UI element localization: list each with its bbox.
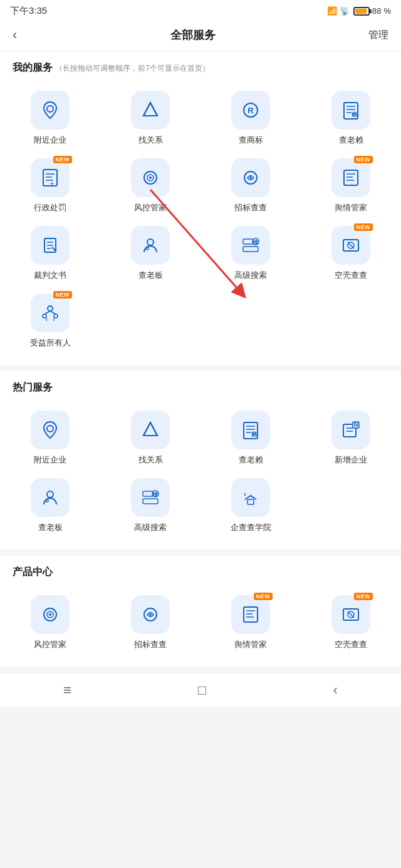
- back-button[interactable]: ‹: [13, 27, 17, 43]
- list-item[interactable]: R 查商标: [200, 84, 301, 152]
- signal-icon: 📶: [327, 6, 337, 16]
- icon-label: 附近企业: [34, 454, 66, 466]
- svg-point-40: [54, 314, 58, 318]
- list-item[interactable]: NEW 行政处罚: [0, 152, 100, 220]
- manage-button[interactable]: 管理: [368, 29, 388, 42]
- newcorp-icon-wrap: N: [331, 411, 370, 449]
- baddebt2-icon-wrap: 赖: [231, 411, 270, 449]
- list-item[interactable]: 搜 高级搜索: [100, 472, 200, 539]
- svg-text:赖: 赖: [251, 431, 258, 437]
- new-badge: NEW: [53, 156, 73, 163]
- list-item[interactable]: 风控管家: [100, 152, 200, 220]
- list-item[interactable]: 招标查查: [100, 589, 200, 656]
- svg-line-2: [143, 103, 150, 116]
- bottom-nav: ≡ □ ‹: [0, 673, 401, 707]
- list-item[interactable]: 找关系: [100, 404, 200, 472]
- risk2-icon-wrap: [31, 595, 70, 634]
- icon-label: 高级搜索: [234, 270, 267, 281]
- bid2-icon-wrap: [131, 595, 170, 634]
- list-item[interactable]: NEW 舆情管家: [200, 589, 301, 656]
- icon-label: 查老赖: [339, 135, 363, 146]
- list-item[interactable]: NEW 空壳查查: [301, 589, 401, 656]
- nav-menu-icon[interactable]: ≡: [63, 682, 71, 698]
- list-item[interactable]: 风控管家: [0, 589, 100, 656]
- svg-point-62: [47, 491, 53, 498]
- list-item[interactable]: NEW 受益所有人: [0, 287, 100, 355]
- trademark-icon-wrap: R: [231, 91, 270, 130]
- icon-label: 查老板: [138, 270, 163, 281]
- sentiment-icon-wrap: NEW: [331, 158, 370, 197]
- svg-point-30: [146, 247, 148, 250]
- product-center-header: 产品中心: [0, 556, 401, 584]
- sentiment2-icon-wrap: NEW: [231, 595, 270, 634]
- list-item[interactable]: 附近企业: [0, 404, 100, 472]
- list-item[interactable]: 赖 查老赖: [200, 404, 301, 472]
- product-center-grid: 风控管家 招标查查 NEW 舆情管家 NEW 空壳查查: [0, 584, 401, 666]
- icon-label: 舆情管家: [335, 202, 367, 213]
- svg-text:赖: 赖: [352, 111, 358, 118]
- list-item[interactable]: 企查查学院: [200, 472, 301, 539]
- new-badge: NEW: [354, 156, 373, 163]
- svg-point-18: [149, 176, 152, 179]
- svg-rect-64: [143, 491, 153, 496]
- list-item[interactable]: NEW 空壳查查: [301, 220, 401, 287]
- boss2-icon-wrap: [31, 478, 70, 517]
- bid-icon-wrap: [231, 158, 270, 197]
- admin-icon-wrap: NEW: [31, 158, 70, 197]
- icon-label: 风控管家: [34, 639, 66, 650]
- academy-icon-wrap: [231, 478, 270, 517]
- my-services-grid: 附近企业 找关系 R 查商标 赖 查老赖 NEW: [0, 79, 401, 365]
- svg-rect-74: [244, 607, 258, 622]
- svg-line-50: [150, 422, 157, 436]
- icon-label: 行政处罚: [34, 202, 66, 213]
- baddebt-icon-wrap: 赖: [331, 91, 370, 130]
- svg-point-63: [46, 499, 48, 502]
- svg-rect-12: [43, 170, 57, 186]
- my-services-header: 我的服务 （长按拖动可调整顺序，前7个可显示在首页）: [0, 51, 401, 79]
- list-item[interactable]: 找关系: [100, 84, 200, 152]
- judgment-icon-wrap: [31, 226, 70, 265]
- list-item[interactable]: 查老板: [100, 220, 200, 287]
- svg-rect-68: [247, 499, 254, 504]
- svg-line-41: [44, 311, 50, 314]
- wifi-icon: 📡: [340, 6, 350, 16]
- svg-rect-32: [243, 247, 258, 252]
- icon-label: 舆情管家: [234, 639, 267, 650]
- icon-label: 高级搜索: [134, 522, 167, 533]
- list-item[interactable]: 搜 高级搜索: [200, 220, 301, 287]
- svg-rect-31: [243, 239, 253, 244]
- nearby-icon-wrap: [31, 91, 70, 130]
- list-item[interactable]: 裁判文书: [0, 220, 100, 287]
- svg-text:N: N: [353, 421, 358, 428]
- list-item[interactable]: NEW 舆情管家: [301, 152, 401, 220]
- icon-label: 风控管家: [134, 202, 167, 213]
- svg-point-0: [47, 106, 53, 112]
- icon-label: 裁判文书: [34, 270, 66, 281]
- boss-icon-wrap: [131, 226, 170, 265]
- svg-point-47: [47, 426, 53, 432]
- battery-level: 88: [372, 6, 381, 16]
- new-badge: NEW: [354, 223, 373, 231]
- svg-rect-65: [143, 499, 158, 504]
- svg-point-20: [249, 176, 252, 179]
- svg-line-3: [150, 103, 157, 116]
- battery-icon: [353, 7, 370, 16]
- status-bar: 下午3:35 📶 📡 88%: [0, 0, 401, 19]
- list-item[interactable]: 招标查查: [200, 152, 301, 220]
- list-item[interactable]: 赖 查老赖: [301, 84, 401, 152]
- svg-point-39: [43, 314, 46, 318]
- svg-point-71: [49, 613, 51, 616]
- list-item[interactable]: 查老板: [0, 472, 100, 539]
- icon-label: 查老赖: [239, 454, 263, 466]
- shell2-icon-wrap: NEW: [331, 595, 370, 634]
- nav-home-icon[interactable]: □: [198, 682, 206, 698]
- page-title: 全部服务: [170, 28, 216, 43]
- nav-back-icon[interactable]: ‹: [333, 682, 338, 698]
- icon-label: 企查查学院: [231, 522, 271, 533]
- icon-label: 空壳查查: [335, 639, 367, 650]
- icon-label: 查老板: [38, 522, 63, 533]
- list-item[interactable]: N 新增企业: [301, 404, 401, 472]
- svg-point-38: [48, 306, 53, 311]
- list-item[interactable]: 附近企业: [0, 84, 100, 152]
- svg-line-42: [50, 311, 56, 314]
